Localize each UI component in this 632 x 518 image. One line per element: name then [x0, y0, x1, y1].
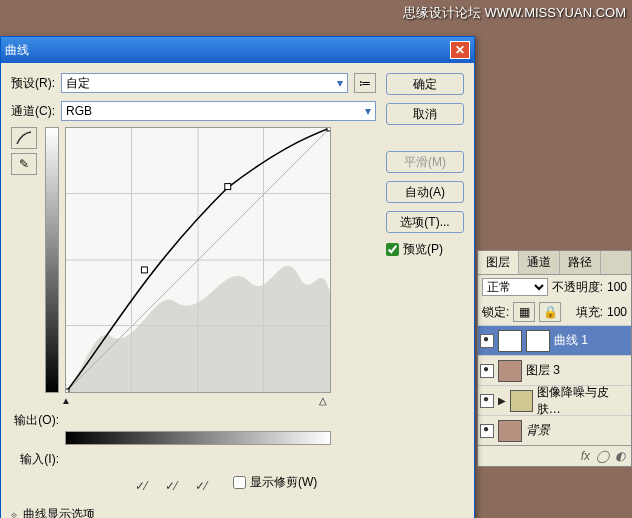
chevron-down-icon: ▾	[337, 76, 343, 90]
white-eyedropper-icon[interactable]: ✓⁄	[191, 476, 211, 496]
expand-label: 曲线显示选项	[23, 506, 95, 518]
adjustment-icon[interactable]: ◐	[615, 449, 625, 463]
lock-pixels-icon[interactable]: ▦	[513, 302, 535, 322]
curve-graph[interactable]	[65, 127, 331, 393]
layer-name: 图像降噪与皮肤…	[537, 384, 629, 418]
layer-thumb-icon	[498, 330, 522, 352]
auto-button[interactable]: 自动(A)	[386, 181, 464, 203]
svg-rect-7	[66, 389, 69, 392]
folder-icon	[510, 390, 533, 412]
layers-footer: fx ◯ ◐	[478, 445, 631, 466]
show-clipping-label: 显示修剪(W)	[250, 474, 317, 491]
layers-panel: 图层 通道 路径 正常 不透明度: 100 锁定: ▦ 🔒 填充: 100 曲线…	[477, 250, 632, 467]
ok-button[interactable]: 确定	[386, 73, 464, 95]
preset-label: 预设(R):	[11, 75, 55, 92]
show-clipping-checkbox[interactable]	[233, 476, 246, 489]
input-gradient	[65, 431, 331, 445]
layer-mask-icon	[526, 330, 550, 352]
dialog-title: 曲线	[5, 42, 29, 59]
watermark-text: 思缘设计论坛 WWW.MISSYUAN.COM	[403, 4, 626, 22]
gray-eyedropper-icon[interactable]: ✓⁄	[161, 476, 181, 496]
white-point-slider[interactable]: △	[319, 395, 327, 406]
layer-item-folder[interactable]: ▶ 图像降噪与皮肤…	[478, 385, 631, 415]
channel-value: RGB	[66, 104, 92, 118]
layer-item-3[interactable]: 图层 3	[478, 355, 631, 385]
input-label: 输入(I):	[11, 449, 59, 468]
svg-rect-8	[141, 267, 147, 273]
layer-thumb-icon	[498, 360, 522, 382]
black-eyedropper-icon[interactable]: ✓⁄	[131, 476, 151, 496]
channel-label: 通道(C):	[11, 103, 55, 120]
preview-checkbox[interactable]	[386, 243, 399, 256]
tab-paths[interactable]: 路径	[560, 251, 601, 274]
preview-label: 预览(P)	[403, 241, 443, 258]
curve-svg	[66, 128, 330, 392]
chevron-down-icon: ▾	[365, 104, 371, 118]
pencil-tool-button[interactable]: ✎	[11, 153, 37, 175]
output-label: 输出(O):	[11, 410, 59, 429]
layers-tabs: 图层 通道 路径	[478, 251, 631, 275]
curves-dialog: 曲线 ✕ 预设(R): 自定 ▾ ≔ 通道(C): RGB ▾	[0, 36, 475, 518]
visibility-icon[interactable]	[480, 394, 494, 408]
layer-name: 背景	[526, 422, 550, 439]
options-button[interactable]: 选项(T)...	[386, 211, 464, 233]
visibility-icon[interactable]	[480, 334, 494, 348]
smooth-button: 平滑(M)	[386, 151, 464, 173]
curve-tool-button[interactable]	[11, 127, 37, 149]
svg-rect-10	[327, 128, 330, 131]
blend-mode-select[interactable]: 正常	[482, 278, 548, 296]
black-point-slider[interactable]: ▲	[61, 395, 71, 406]
preview-check[interactable]: 预览(P)	[386, 241, 464, 258]
visibility-icon[interactable]	[480, 364, 494, 378]
fill-value: 100	[607, 305, 627, 319]
fill-label: 填充:	[576, 304, 603, 321]
chevron-icon: ⟐	[11, 509, 17, 518]
svg-rect-9	[225, 184, 231, 190]
cancel-button[interactable]: 取消	[386, 103, 464, 125]
curve-display-options[interactable]: ⟐ 曲线显示选项	[11, 506, 376, 518]
lock-label: 锁定:	[482, 304, 509, 321]
layer-item-bg[interactable]: 背景	[478, 415, 631, 445]
mask-icon[interactable]: ◯	[596, 449, 609, 463]
opacity-value: 100	[607, 280, 627, 294]
preset-value: 自定	[66, 75, 90, 92]
fx-icon[interactable]: fx	[581, 449, 590, 463]
preset-combo[interactable]: 自定 ▾	[61, 73, 348, 93]
close-button[interactable]: ✕	[450, 41, 470, 59]
visibility-icon[interactable]	[480, 424, 494, 438]
expand-icon[interactable]: ▶	[498, 395, 506, 406]
preset-menu-button[interactable]: ≔	[354, 73, 376, 93]
tab-channels[interactable]: 通道	[519, 251, 560, 274]
opacity-label: 不透明度:	[552, 279, 603, 296]
layer-name: 曲线 1	[554, 332, 588, 349]
titlebar[interactable]: 曲线 ✕	[1, 37, 474, 63]
lock-all-icon[interactable]: 🔒	[539, 302, 561, 322]
layer-item-curves1[interactable]: 曲线 1	[478, 325, 631, 355]
layer-name: 图层 3	[526, 362, 560, 379]
tab-layers[interactable]: 图层	[478, 251, 519, 274]
output-gradient	[45, 127, 59, 393]
layer-thumb-icon	[498, 420, 522, 442]
channel-combo[interactable]: RGB ▾	[61, 101, 376, 121]
